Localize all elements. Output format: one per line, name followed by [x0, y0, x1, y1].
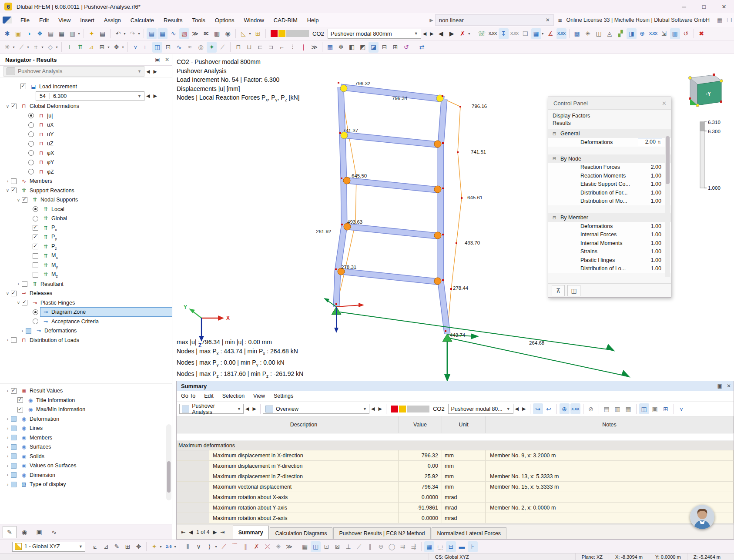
intersection-snap-icon[interactable]: ✗ — [251, 541, 261, 552]
pager-last-icon[interactable]: ⇥ — [221, 529, 225, 535]
render-icon[interactable]: ✳ — [583, 28, 593, 39]
cp-section-general[interactable]: ⊟ General — [548, 129, 671, 138]
pager-prev-icon[interactable]: ◀ — [189, 529, 193, 535]
nav-item-title-information[interactable]: ◉ Title Information — [0, 396, 172, 405]
filter-table-icon[interactable]: ⋎ — [677, 403, 687, 414]
undo-dropdown-icon[interactable]: ▾ — [123, 28, 127, 39]
float-panel-icon[interactable]: ▣ — [717, 383, 722, 389]
nav-item-dimension[interactable]: › ◉ Dimension — [0, 470, 172, 480]
cp-section-by-member[interactable]: ⊟ By Member — [548, 213, 671, 222]
section-collapse-icon[interactable] — [552, 241, 557, 246]
tree-checkbox[interactable] — [33, 309, 38, 315]
polar-icon[interactable]: ∨ — [194, 541, 204, 552]
cp-row-strains[interactable]: Strains 1.00 — [548, 248, 671, 256]
nav-item-nodal-supports[interactable]: ∨ ⇈ Nodal Supports — [0, 195, 172, 205]
scales-icon[interactable]: ⊼ — [552, 285, 565, 296]
summary-menu-item[interactable]: Settings — [269, 393, 298, 399]
guide-icon[interactable]: ⟋ — [218, 42, 228, 53]
visibilities-tab-icon[interactable]: ▣ — [32, 526, 46, 538]
redo-dropdown-icon[interactable]: ▾ — [137, 28, 141, 39]
section-collapse-icon[interactable]: ⊟ — [552, 131, 557, 136]
summary-view-combo[interactable]: Overview▼ — [263, 404, 369, 414]
origin-icon[interactable]: ✥ — [134, 541, 144, 552]
arrows-display-icon[interactable]: ⇉ — [398, 541, 408, 552]
align-bottom-icon[interactable]: ⊔ — [244, 42, 254, 53]
expander-icon[interactable]: › — [4, 416, 11, 421]
maximize-button[interactable]: □ — [694, 0, 714, 13]
views-tab-icon[interactable]: ◉ — [17, 526, 31, 538]
parallel-snap-icon[interactable]: ∥ — [241, 541, 251, 552]
menu-item[interactable]: Calculate — [126, 13, 159, 27]
arrows3-display-icon[interactable]: ⇶ — [409, 541, 419, 552]
tree-checkbox[interactable] — [28, 131, 34, 137]
expander-icon[interactable]: ∨ — [15, 198, 22, 202]
line-tool-icon[interactable]: ⟋ — [17, 42, 27, 53]
cp-row-internal-moments[interactable]: Internal Moments 1.00 — [548, 239, 671, 248]
mesh-icon[interactable]: ◬ — [605, 28, 615, 39]
nav-item-acceptance-criteria[interactable]: ⊸ Acceptance Criteria — [0, 317, 172, 326]
prev-loadcase-icon[interactable]: ◀ — [423, 31, 426, 37]
delete-results-icon[interactable]: ✗ — [458, 28, 468, 39]
diagrams-icon[interactable]: ∿ — [168, 28, 178, 39]
tree-checkbox[interactable] — [33, 272, 38, 278]
model-manager-icon[interactable]: ❖ — [35, 28, 45, 39]
control-panel-close-icon[interactable]: ✕ — [662, 100, 671, 107]
bar-icon[interactable]: ▬ — [457, 541, 467, 552]
new-printout-icon[interactable]: ✦ — [87, 28, 97, 39]
nav-item-global-deformations[interactable]: ∨ ⊓ Global Deformations — [0, 102, 172, 111]
surface-dd-icon[interactable]: ▾ — [40, 42, 44, 53]
nav-item-type-of-display[interactable]: › ▧ Type of display — [0, 480, 172, 490]
table-layout-icon[interactable]: ▥ — [670, 28, 680, 39]
factor-value[interactable]: 1.00 — [639, 257, 663, 263]
values-on-members-icon[interactable]: X.XX — [556, 28, 566, 39]
prev-case-icon[interactable]: ◀ — [436, 28, 446, 39]
database-icon[interactable]: ⊞ — [661, 403, 671, 414]
support-tool-icon[interactable]: ⊥ — [64, 42, 74, 53]
regenerate-icon[interactable]: ✻ — [336, 42, 346, 53]
nav-item-deformation[interactable]: › ◉ Deformation — [0, 414, 172, 424]
line-snap-icon[interactable]: ⟋ — [219, 541, 229, 552]
nav-item-uy[interactable]: ⊓ uY — [0, 130, 172, 139]
tree-checkbox[interactable] — [28, 141, 34, 147]
close-panel-icon[interactable]: ✕ — [162, 57, 172, 63]
result-grid-icon[interactable]: ▦ — [531, 28, 541, 39]
nav-item-phiz[interactable]: ⊓ φZ — [0, 167, 172, 177]
tree-checkbox[interactable] — [22, 281, 27, 287]
nav-item-px[interactable]: ⇈ Px — [0, 223, 172, 233]
coordinate-system-combo[interactable]: 1 - Global XYZ ▼ — [12, 542, 85, 552]
close-button[interactable]: ✕ — [714, 0, 734, 13]
expander-icon[interactable]: ∨ — [4, 188, 11, 193]
expander-icon[interactable]: › — [4, 482, 11, 487]
report-icon[interactable]: ▧ — [179, 28, 189, 39]
control-panel-titlebar[interactable]: Control Panel ✕ — [548, 97, 671, 110]
nav-item-releases[interactable]: ∨ ⊸ Releases — [0, 289, 172, 298]
tab-calculation-diagrams[interactable]: Calculation Diagrams — [270, 527, 333, 539]
sum-case-next-icon[interactable]: ▶ — [522, 406, 526, 412]
mesh-display-icon[interactable]: ▦ — [424, 541, 434, 552]
surface-tool-icon[interactable]: ⌗ — [31, 42, 41, 53]
table-row[interactable]: Maximum vectorial displacement 796.34 mm… — [177, 482, 734, 492]
tree-checkbox[interactable] — [22, 197, 27, 203]
factor-value[interactable]: 1.00 — [639, 190, 663, 196]
tree-checkbox[interactable] — [11, 482, 17, 487]
reset-view-icon[interactable]: ↺ — [681, 28, 691, 39]
expander-icon[interactable]: › — [4, 473, 11, 477]
cp-section-by-node[interactable]: ⊟ By Node — [548, 154, 671, 163]
solid-tool-icon[interactable]: ◇ — [45, 42, 55, 53]
user-avatar[interactable] — [690, 505, 714, 529]
factor-value[interactable]: 1.00 — [639, 265, 663, 272]
factor-value[interactable]: 1.00 — [639, 198, 663, 204]
tree-checkbox[interactable] — [11, 337, 17, 343]
section-collapse-icon[interactable] — [552, 258, 557, 263]
split-view-icon[interactable]: ◧ — [347, 42, 357, 53]
section-collapse-icon[interactable] — [552, 266, 557, 271]
grid-settings-icon[interactable]: ▩ — [572, 28, 582, 39]
increment-prev-icon[interactable]: ◀ — [146, 93, 150, 99]
nav-item-my[interactable]: ⇈ My — [0, 261, 172, 270]
tree-checkbox[interactable] — [28, 169, 34, 174]
section-collapse-icon[interactable] — [552, 181, 557, 187]
expander-icon[interactable]: ∨ — [4, 104, 11, 109]
section-collapse-icon[interactable] — [552, 232, 557, 237]
more-snap-icon[interactable]: ≫ — [284, 541, 294, 552]
cut-icon[interactable]: ⊘ — [586, 403, 596, 414]
